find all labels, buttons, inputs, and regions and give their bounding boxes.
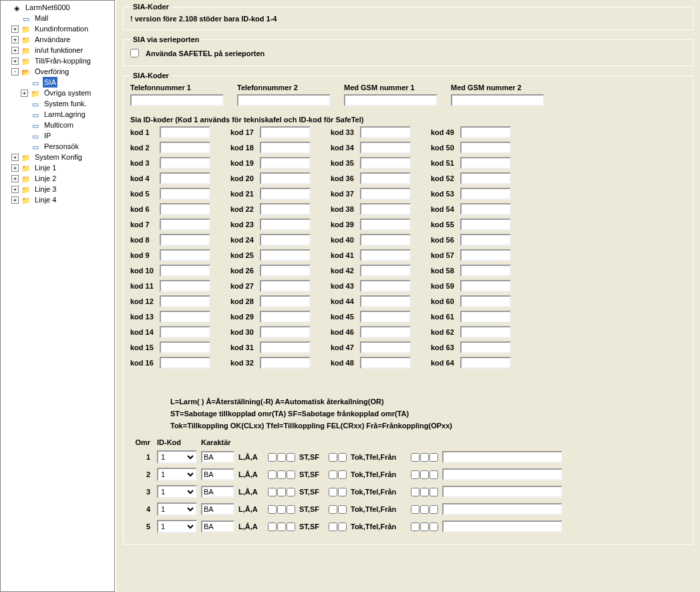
karaktar-input[interactable] (201, 468, 234, 480)
kod-input-64[interactable] (460, 357, 511, 369)
laa-checkbox[interactable] (277, 470, 286, 479)
tree-label[interactable]: LarmLagring (43, 109, 87, 120)
kod-input-35[interactable] (360, 157, 411, 169)
kod-input-8[interactable] (160, 234, 210, 246)
laa-checkbox[interactable] (287, 453, 295, 462)
expand-icon[interactable]: + (11, 186, 19, 193)
kod-input-55[interactable] (460, 218, 511, 231)
kod-input-51[interactable] (460, 157, 511, 169)
tree-item[interactable]: +Linje 3 (1, 184, 114, 194)
tok-checkbox[interactable] (429, 488, 438, 496)
kod-input-44[interactable] (360, 295, 411, 307)
kod-input-49[interactable] (460, 126, 511, 138)
tree-item[interactable]: +in/ut funktioner (1, 45, 114, 55)
kod-input-2[interactable] (160, 142, 210, 154)
kod-input-27[interactable] (260, 280, 311, 292)
tree-label[interactable]: Multicom (43, 120, 75, 130)
kod-input-48[interactable] (360, 357, 411, 369)
tree-label[interactable]: Kundinformation (33, 23, 90, 34)
kod-input-54[interactable] (460, 203, 511, 215)
kod-input-46[interactable] (360, 326, 411, 338)
karaktar-input[interactable] (201, 503, 234, 515)
kod-input-21[interactable] (260, 188, 311, 200)
tree-item[interactable]: LarmNet6000 (1, 2, 114, 13)
kod-input-1[interactable] (160, 126, 210, 138)
laa-checkbox[interactable] (287, 505, 295, 514)
kod-input-32[interactable] (260, 357, 311, 369)
tok-checkbox[interactable] (429, 470, 438, 479)
kod-input-58[interactable] (460, 265, 511, 277)
expand-icon[interactable]: + (11, 36, 19, 43)
expand-icon[interactable]: + (11, 154, 19, 161)
tree-label[interactable]: IP (43, 130, 52, 141)
tree-item[interactable]: +Linje 1 (1, 162, 114, 173)
kod-input-50[interactable] (460, 142, 511, 154)
tok-checkbox[interactable] (411, 470, 419, 479)
laa-checkbox[interactable] (277, 453, 286, 462)
tree-item[interactable]: LarmLagring (1, 109, 114, 120)
expand-icon[interactable]: + (11, 57, 19, 65)
tree-label[interactable]: Övriga system (43, 88, 92, 98)
tree-item[interactable]: +Kundinformation (1, 23, 114, 34)
tree-item[interactable]: Multicom (1, 120, 114, 130)
idkod-select[interactable]: 1 (157, 520, 197, 533)
kod-input-12[interactable] (160, 295, 210, 307)
omr-tail-input[interactable] (442, 451, 562, 463)
tree-item[interactable]: +System Konfig (1, 152, 114, 162)
tok-checkbox[interactable] (420, 470, 429, 479)
kod-input-22[interactable] (260, 203, 311, 215)
stsf-checkbox[interactable] (329, 470, 337, 479)
tok-checkbox[interactable] (411, 523, 419, 531)
laa-checkbox[interactable] (277, 505, 286, 514)
nav-tree[interactable]: LarmNet6000Mall+Kundinformation+Användar… (0, 0, 115, 592)
kod-input-56[interactable] (460, 234, 511, 246)
laa-checkbox[interactable] (268, 523, 277, 531)
kod-input-26[interactable] (260, 265, 311, 277)
stsf-checkbox[interactable] (329, 453, 337, 462)
tree-label[interactable]: LarmNet6000 (24, 2, 71, 13)
kod-input-29[interactable] (260, 311, 311, 323)
expand-icon[interactable]: + (11, 47, 19, 54)
tree-item[interactable]: +Linje 2 (1, 173, 114, 184)
kod-input-61[interactable] (460, 311, 511, 323)
karaktar-input[interactable] (201, 451, 234, 463)
laa-checkbox[interactable] (287, 523, 295, 531)
tok-checkbox[interactable] (411, 453, 419, 462)
tok-checkbox[interactable] (411, 488, 419, 496)
phone-input-2[interactable] (237, 94, 331, 106)
tok-checkbox[interactable] (420, 505, 429, 514)
stsf-checkbox[interactable] (338, 470, 347, 479)
tree-label[interactable]: Linje 3 (33, 184, 57, 194)
expand-icon[interactable]: + (11, 25, 19, 33)
phone-input-3[interactable] (344, 94, 437, 106)
kod-input-5[interactable] (160, 188, 210, 200)
stsf-checkbox[interactable] (329, 505, 337, 514)
karaktar-input[interactable] (201, 486, 234, 498)
omr-tail-input[interactable] (442, 503, 562, 515)
kod-input-63[interactable] (460, 341, 511, 353)
tree-label[interactable]: Personsök (43, 141, 80, 152)
karaktar-input[interactable] (201, 521, 234, 533)
kod-input-14[interactable] (160, 326, 210, 338)
tok-checkbox[interactable] (429, 453, 438, 462)
idkod-select[interactable]: 1 (157, 450, 197, 464)
tree-item[interactable]: +Till/Från-koppling (1, 55, 114, 66)
kod-input-36[interactable] (360, 172, 411, 184)
kod-input-41[interactable] (360, 249, 411, 261)
tree-item[interactable]: IP (1, 130, 114, 141)
tree-item[interactable]: SIA (1, 77, 114, 88)
stsf-checkbox[interactable] (338, 488, 347, 496)
stsf-checkbox[interactable] (329, 523, 337, 531)
kod-input-25[interactable] (260, 249, 311, 261)
kod-input-42[interactable] (360, 265, 411, 277)
tree-label[interactable]: System Konfig (33, 152, 83, 162)
tok-checkbox[interactable] (429, 523, 438, 531)
laa-checkbox[interactable] (277, 523, 286, 531)
laa-checkbox[interactable] (268, 470, 277, 479)
idkod-select[interactable]: 1 (157, 502, 197, 516)
tree-item[interactable]: +Övriga system (1, 88, 114, 98)
expand-icon[interactable]: + (11, 196, 19, 204)
expand-icon[interactable]: + (11, 175, 19, 182)
kod-input-57[interactable] (460, 249, 511, 261)
kod-input-33[interactable] (360, 126, 411, 138)
